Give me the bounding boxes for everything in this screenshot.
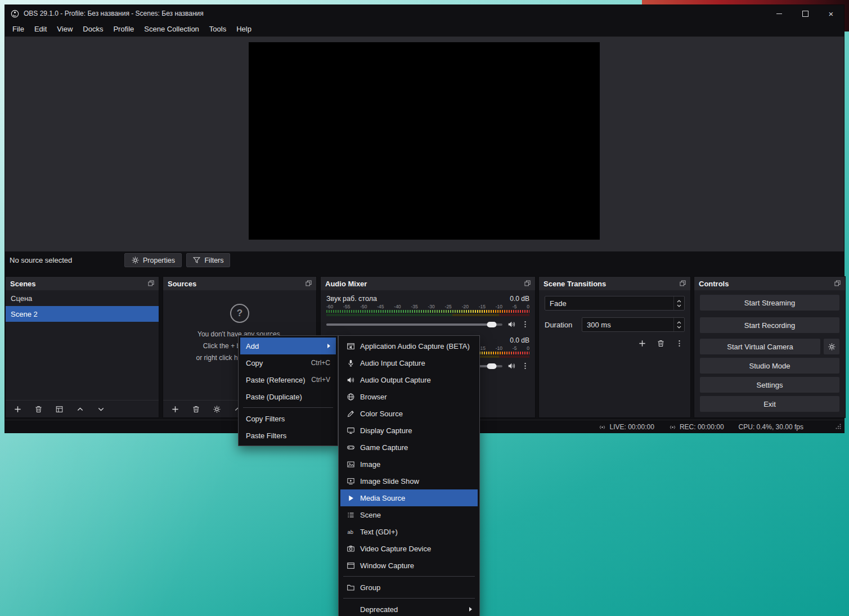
question-ghost-icon: ? xyxy=(230,304,249,323)
add-menu-scene[interactable]: Scene xyxy=(340,506,478,523)
resize-grip-icon[interactable] xyxy=(835,421,841,431)
add-menu-display-capture[interactable]: Display Capture xyxy=(340,422,478,439)
menu-help[interactable]: Help xyxy=(231,22,257,37)
mixer-options-button[interactable] xyxy=(521,320,529,329)
add-menu-group[interactable]: Group xyxy=(340,579,478,596)
controls-header[interactable]: Controls xyxy=(694,277,845,290)
remove-source-button[interactable] xyxy=(192,405,200,413)
app-audio-icon xyxy=(346,342,355,350)
meter-gradient xyxy=(326,310,529,313)
mixer-db-label: 0.0 dB xyxy=(510,295,529,303)
volume-slider-handle[interactable] xyxy=(487,322,497,327)
volume-slider[interactable] xyxy=(326,323,502,326)
scenes-list: Сцена Scene 2 xyxy=(6,290,159,400)
gamepad-icon xyxy=(346,443,355,452)
popout-icon[interactable] xyxy=(524,278,531,289)
mute-button[interactable] xyxy=(507,320,516,329)
maximize-button[interactable] xyxy=(792,5,818,22)
add-menu-window-capture[interactable]: Window Capture xyxy=(340,557,478,574)
mute-button[interactable] xyxy=(507,362,516,370)
minimize-button[interactable] xyxy=(766,5,792,22)
add-menu-color-source[interactable]: Color Source xyxy=(340,405,478,422)
close-button[interactable]: × xyxy=(818,5,844,22)
scenes-dock-header[interactable]: Scenes xyxy=(6,277,159,290)
volume-slider-handle[interactable] xyxy=(487,363,497,369)
audio-mixer-header[interactable]: Audio Mixer xyxy=(321,277,535,290)
rec-status: REC: 00:00:00 xyxy=(669,423,724,431)
exit-button[interactable]: Exit xyxy=(700,396,839,412)
start-recording-button[interactable]: Start Recording xyxy=(700,317,839,333)
context-menu-paste-reference[interactable]: Paste (Reference) Ctrl+V xyxy=(240,371,336,388)
titlebar[interactable]: OBS 29.1.0 - Profile: Без названия - Sce… xyxy=(5,5,844,22)
scene-item-selected[interactable]: Scene 2 xyxy=(6,306,159,322)
meter-bar xyxy=(326,314,529,316)
move-scene-down-button[interactable] xyxy=(97,405,105,413)
add-menu-audio-input-capture[interactable]: Audio Input Capture xyxy=(340,354,478,371)
context-menu-add[interactable]: Add xyxy=(240,338,336,354)
combo-spinner[interactable] xyxy=(673,296,684,310)
start-virtual-camera-button[interactable]: Start Virtual Camera xyxy=(700,339,820,354)
context-menu-copy-filters[interactable]: Copy Filters xyxy=(240,410,336,427)
scene-transitions-title: Scene Transitions xyxy=(543,280,606,288)
studio-mode-button[interactable]: Studio Mode xyxy=(700,358,839,374)
add-transition-button[interactable] xyxy=(638,339,646,348)
properties-label: Properties xyxy=(143,257,175,264)
menu-scene-collection[interactable]: Scene Collection xyxy=(139,22,204,37)
record-icon xyxy=(669,424,676,431)
transition-select[interactable]: Fade xyxy=(545,296,685,311)
properties-button[interactable]: Properties xyxy=(124,253,182,267)
add-menu-game-capture[interactable]: Game Capture xyxy=(340,439,478,456)
play-icon xyxy=(346,494,355,502)
add-source-button[interactable] xyxy=(171,405,179,413)
popout-icon[interactable] xyxy=(148,278,154,289)
menu-edit[interactable]: Edit xyxy=(29,22,52,37)
add-menu-image[interactable]: Image xyxy=(340,456,478,473)
add-menu-app-audio-capture[interactable]: Application Audio Capture (BETA) xyxy=(340,338,478,354)
duration-spinbox[interactable]: 300 ms xyxy=(582,317,685,332)
add-menu-image-slide-show[interactable]: Image Slide Show xyxy=(340,473,478,489)
scene-filters-button[interactable] xyxy=(55,405,64,413)
duration-spinner[interactable] xyxy=(673,318,684,331)
remove-transition-button[interactable] xyxy=(657,339,665,348)
add-menu-audio-output-capture[interactable]: Audio Output Capture xyxy=(340,371,478,388)
scene-item[interactable]: Сцена xyxy=(6,290,159,306)
volume-fill xyxy=(326,323,492,326)
context-menu-paste-duplicate[interactable]: Paste (Duplicate) xyxy=(240,388,336,405)
remove-scene-button[interactable] xyxy=(34,405,43,413)
pencil-icon xyxy=(346,410,355,418)
scene-transitions-header[interactable]: Scene Transitions xyxy=(539,277,690,290)
source-properties-button[interactable] xyxy=(213,405,221,413)
settings-button[interactable]: Settings xyxy=(700,377,839,393)
add-menu-media-source[interactable]: Media Source xyxy=(340,489,478,506)
start-streaming-button[interactable]: Start Streaming xyxy=(700,295,839,311)
move-scene-up-button[interactable] xyxy=(76,405,84,413)
menu-profile[interactable]: Profile xyxy=(108,22,139,37)
context-menu-copy[interactable]: Copy Ctrl+C xyxy=(240,354,336,371)
menu-tools[interactable]: Tools xyxy=(204,22,231,37)
add-menu-video-capture-device[interactable]: Video Capture Device xyxy=(340,540,478,557)
preview-area xyxy=(5,37,844,251)
list-icon xyxy=(346,511,355,519)
popout-icon[interactable] xyxy=(306,278,312,289)
add-menu-text-gdi[interactable]: ab Text (GDI+) xyxy=(340,523,478,540)
popout-icon[interactable] xyxy=(834,278,841,289)
filters-button[interactable]: Filters xyxy=(186,253,230,267)
menu-file[interactable]: File xyxy=(7,22,29,37)
add-scene-button[interactable] xyxy=(14,405,22,413)
menu-docks[interactable]: Docks xyxy=(78,22,108,37)
sources-dock-header[interactable]: Sources xyxy=(163,277,316,290)
context-menu-paste-filters[interactable]: Paste Filters xyxy=(240,427,336,444)
popout-icon[interactable] xyxy=(680,278,686,289)
mixer-options-button[interactable] xyxy=(521,362,529,370)
add-menu-browser[interactable]: Browser xyxy=(340,388,478,405)
preview-canvas[interactable] xyxy=(249,42,600,240)
microphone-icon xyxy=(346,359,355,367)
transition-options-button[interactable] xyxy=(675,339,684,348)
menubar: File Edit View Docks Profile Scene Colle… xyxy=(5,22,844,37)
filters-label: Filters xyxy=(204,257,223,264)
scenes-dock-title: Scenes xyxy=(10,280,36,288)
slideshow-icon xyxy=(346,477,355,485)
virtual-camera-settings-button[interactable] xyxy=(824,339,839,354)
menu-view[interactable]: View xyxy=(52,22,78,37)
add-menu-deprecated[interactable]: Deprecated xyxy=(340,601,478,616)
